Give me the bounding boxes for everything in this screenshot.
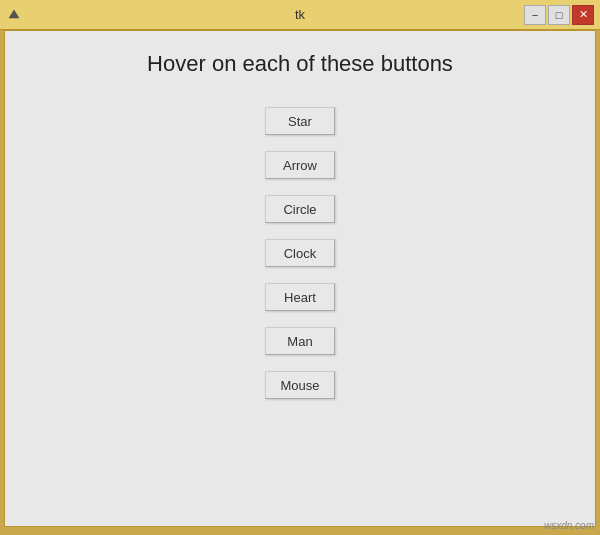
star-button[interactable]: Star <box>265 107 335 135</box>
arrow-button[interactable]: Arrow <box>265 151 335 179</box>
app-icon <box>6 7 22 23</box>
close-button[interactable]: ✕ <box>572 5 594 25</box>
man-button[interactable]: Man <box>265 327 335 355</box>
page-heading: Hover on each of these buttons <box>147 51 453 77</box>
maximize-button[interactable]: □ <box>548 5 570 25</box>
clock-button[interactable]: Clock <box>265 239 335 267</box>
heart-button[interactable]: Heart <box>265 283 335 311</box>
window-body: Hover on each of these buttons StarArrow… <box>4 30 596 527</box>
title-bar-controls: − □ ✕ <box>524 5 594 25</box>
buttons-container: StarArrowCircleClockHeartManMouse <box>265 107 335 399</box>
title-bar-left <box>6 7 22 23</box>
mouse-button[interactable]: Mouse <box>265 371 335 399</box>
title-bar: tk − □ ✕ <box>0 0 600 30</box>
window-title: tk <box>0 7 600 22</box>
circle-button[interactable]: Circle <box>265 195 335 223</box>
minimize-button[interactable]: − <box>524 5 546 25</box>
watermark: wsxdn.com <box>544 520 594 531</box>
